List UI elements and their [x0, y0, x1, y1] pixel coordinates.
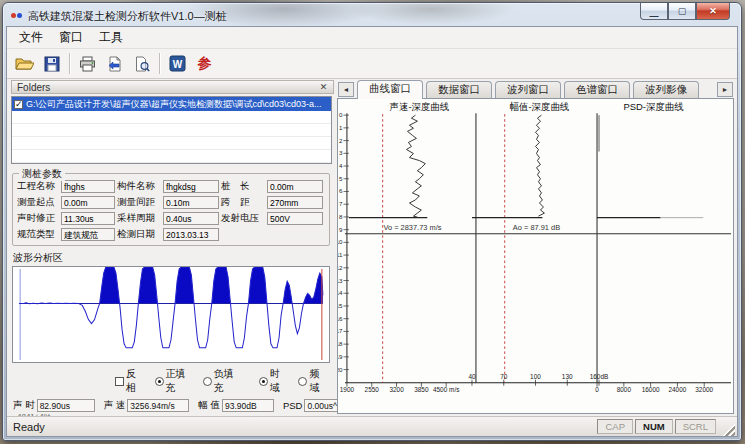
status-text: Ready [13, 421, 45, 433]
depth-tick-label: 14 [338, 289, 343, 296]
x-tick-label: 3200 [389, 386, 404, 393]
x-tick-label: 40 [468, 373, 476, 380]
toolbar-separator [69, 53, 70, 74]
reading-label: PSD [283, 400, 303, 411]
tab-scroll-right-button[interactable]: ► [717, 82, 733, 97]
fill-negative-label: 负填充 [214, 367, 238, 395]
param-value-field[interactable]: 0.00m [61, 196, 115, 209]
print-preview-button[interactable] [128, 51, 155, 76]
reading-value-field[interactable]: 82.90us [37, 399, 95, 412]
radio-selected-icon [259, 377, 268, 386]
param-value-field[interactable]: 0.40us [163, 212, 219, 225]
fill-positive-label: 正填充 [166, 367, 190, 395]
close-button[interactable]: ✕ [696, 3, 730, 20]
tab-scroll-left-button[interactable]: ◄ [338, 82, 354, 97]
x-tick-label: 16000 [642, 386, 660, 393]
menu-item-1[interactable]: 窗口 [51, 27, 91, 48]
client-area: 文件窗口工具 [6, 26, 738, 437]
reading-value-field[interactable]: 93.90dB [222, 399, 274, 412]
x-tick-label: 32000 [695, 386, 713, 393]
tab-3[interactable]: 色谱窗口 [564, 81, 630, 98]
tab-strip: ◄ 曲线窗口数据窗口波列窗口色谱窗口波列影像 ► [337, 80, 734, 99]
waveform-plot [13, 267, 329, 362]
folders-close-button[interactable]: ✕ [317, 81, 330, 93]
freq-domain-radio[interactable]: 频域 [298, 367, 325, 395]
x-tick-label: 70 [500, 373, 508, 380]
depth-tick-label: 1 [339, 124, 343, 131]
menu-item-2[interactable]: 工具 [91, 27, 131, 48]
param-label: 采样周期 [117, 212, 161, 225]
right-panel: ◄ 曲线窗口数据窗口波列窗口色谱窗口波列影像 ► 声速-深度曲线 幅值-深度曲线… [334, 79, 737, 416]
invert-label: 反相 [126, 367, 142, 395]
menu-bar: 文件窗口工具 [7, 27, 737, 49]
print-button[interactable] [74, 51, 101, 76]
depth-tick-label: 6 [339, 187, 343, 194]
indicator-cap: CAP [597, 419, 633, 434]
resize-grip-icon[interactable] [720, 421, 735, 436]
x-tick-label: 8000 [617, 386, 632, 393]
depth-tick-label: 13 [338, 277, 343, 284]
param-value-field[interactable]: 270mm [267, 196, 323, 209]
left-panel: Folders ✕ G:\公司产品设计开发\超声仪器\超声仪实地检测数据\调试c… [7, 79, 334, 416]
radio-icon [203, 377, 212, 386]
file-listbox[interactable]: G:\公司产品设计开发\超声仪器\超声仪实地检测数据\调试cd\cd03\cd0… [11, 96, 332, 164]
param-value-field[interactable]: 2013.03.13 [163, 228, 219, 241]
x-tick-label: 4500 m/s [433, 386, 460, 393]
param-value-field[interactable]: fhgkdsg [163, 180, 219, 193]
export-button[interactable] [101, 51, 128, 76]
file-checkbox-checked[interactable] [14, 100, 23, 109]
reference-params-button[interactable]: 参 [191, 51, 218, 76]
pile-params-groupbox: 测桩参数 工程名称fhghs构件名称fhgkdsg桩 长0.00m测量起点0.0… [12, 173, 330, 246]
reference-icon: 参 [198, 55, 212, 73]
param-value-field[interactable]: 500V [267, 212, 323, 225]
open-folder-icon [15, 55, 34, 72]
depth-tick-label: 18 [338, 340, 343, 347]
tabs: 曲线窗口数据窗口波列窗口色谱窗口波列影像 [354, 80, 699, 98]
time-domain-radio[interactable]: 时域 [259, 367, 286, 395]
reading-field-0: 声 时82.90us [13, 399, 95, 412]
indicator-num: NUM [635, 419, 673, 434]
depth-curves-plot: 声速-深度曲线 幅值-深度曲线 PSD-深度曲线 [338, 99, 733, 413]
pile-params-grid: 工程名称fhghs构件名称fhgkdsg桩 长0.00m测量起点0.00m测量间… [17, 180, 326, 241]
tab-2[interactable]: 波列窗口 [495, 81, 561, 98]
maximize-button[interactable]: ▢ [668, 3, 696, 20]
time-domain-label: 时域 [270, 367, 286, 395]
open-file-button[interactable] [11, 51, 38, 76]
chart-canvas[interactable]: 声速-深度曲线 幅值-深度曲线 PSD-深度曲线 [337, 99, 734, 414]
depth-tick-label: 16 [338, 315, 343, 322]
fill-negative-radio[interactable]: 负填充 [203, 367, 238, 395]
maximize-icon: ▢ [678, 6, 687, 16]
reading-label: 声 时 [13, 399, 35, 412]
x-tick-label: 130 [562, 373, 573, 380]
word-report-button[interactable]: W [164, 51, 191, 76]
close-icon: ✕ [709, 6, 717, 16]
status-bar: Ready CAPNUMSCRL [7, 416, 737, 436]
tab-4[interactable]: 波列影像 [633, 81, 699, 98]
depth-tick-label: 20 [338, 366, 343, 373]
param-value-field[interactable]: 建筑规范 [61, 228, 115, 241]
fill-positive-radio[interactable]: 正填充 [155, 367, 190, 395]
invert-checkbox[interactable]: 反相 [115, 367, 142, 395]
x-tick-label: 24000 [668, 386, 686, 393]
waveform-canvas[interactable] [12, 266, 330, 363]
titlebar: 高铁建筑混凝土检测分析软件V1.0—测桩 — ▢ ✕ [6, 6, 738, 26]
param-value-field[interactable]: 0.00m [267, 180, 323, 193]
file-list-item-selected[interactable]: G:\公司产品设计开发\超声仪器\超声仪实地检测数据\调试cd\cd03\cd0… [12, 97, 331, 111]
param-value-field[interactable]: 11.30us [61, 212, 115, 225]
tab-1[interactable]: 数据窗口 [426, 81, 492, 98]
param-label: 桩 长 [221, 180, 265, 193]
psd-chart-title: PSD-深度曲线 [624, 101, 685, 112]
menu-item-0[interactable]: 文件 [11, 27, 51, 48]
reading-label: 声 速 [104, 399, 126, 412]
file-list-empty-row [12, 150, 331, 163]
param-value-field[interactable]: 0.10m [163, 196, 219, 209]
reading-value-field[interactable]: 3256.94m/s [127, 399, 189, 412]
depth-tick-label: 0 [339, 111, 343, 118]
tab-0[interactable]: 曲线窗口 [357, 80, 423, 99]
radio-selected-icon [155, 377, 164, 386]
save-button[interactable] [38, 51, 65, 76]
param-value-field[interactable]: fhghs [61, 180, 115, 193]
param-label: 规范类型 [17, 228, 59, 241]
minimize-button[interactable]: — [640, 3, 668, 20]
file-list-empty-row [12, 124, 331, 137]
